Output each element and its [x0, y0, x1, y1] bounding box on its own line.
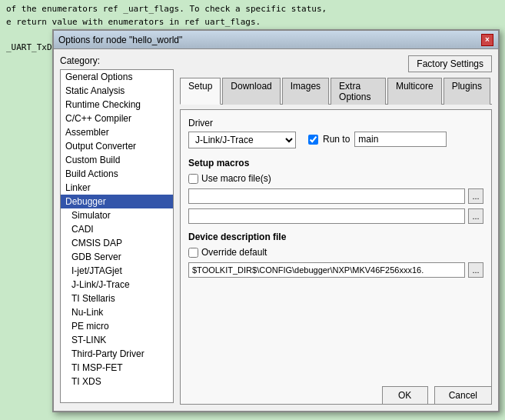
macro-row: Use macro file(s) [188, 173, 483, 184]
dialog-title: Options for node "hello_world" [58, 35, 182, 45]
cat-linker[interactable]: Linker [61, 181, 173, 195]
cat-cpp-compiler[interactable]: C/C++ Compiler [61, 112, 173, 125]
cat-general-options[interactable]: General Options [61, 70, 173, 84]
tab-content-setup: Driver J-Link/J-Trace Run to [180, 109, 492, 405]
use-macro-checkbox[interactable] [188, 174, 198, 184]
tab-setup[interactable]: Setup [180, 78, 221, 105]
cat-build-actions[interactable]: Build Actions [61, 167, 173, 181]
cat-jlink[interactable]: J-Link/J-Trace [61, 278, 173, 292]
factory-row: Factory Settings [180, 55, 492, 72]
category-label: Category: [60, 55, 174, 66]
device-path-row: $TOOLKIT_DIR$\CONFIG\debugger\NXP\MKV46F… [188, 262, 483, 278]
run-to-checkbox[interactable] [308, 135, 318, 145]
ok-button[interactable]: OK [382, 386, 428, 405]
macro-field2-row: ... [188, 208, 483, 224]
run-to-col: Run to [308, 118, 447, 148]
macro-field1[interactable] [188, 188, 465, 204]
driver-runto-row: Driver J-Link/J-Trace Run to [188, 118, 483, 148]
run-to-row: Run to [308, 132, 447, 147]
device-desc-section: Device description file Override default… [188, 232, 483, 278]
cat-output-converter[interactable]: Output Converter [61, 139, 173, 153]
category-list: General Options Static Analysis Runtime … [60, 69, 174, 403]
run-to-label: Run to [323, 134, 350, 145]
dialog-titlebar: Options for node "hello_world" × [54, 31, 498, 49]
driver-select[interactable]: J-Link/J-Trace [188, 132, 296, 148]
options-dialog: Options for node "hello_world" × Categor… [52, 29, 500, 412]
close-button[interactable]: × [481, 34, 493, 46]
cat-custom-build[interactable]: Custom Build [61, 153, 173, 167]
setup-macros-section: Setup macros Use macro file(s) ... ... [188, 158, 483, 224]
tabs-bar: Setup Download Images Extra Options Mult… [180, 77, 492, 105]
setup-macros-label: Setup macros [188, 158, 483, 168]
device-path-input[interactable]: $TOOLKIT_DIR$\CONFIG\debugger\NXP\MKV46F… [188, 262, 465, 278]
tab-multicore[interactable]: Multicore [387, 78, 442, 105]
cat-nu-link[interactable]: Nu-Link [61, 305, 173, 319]
driver-col: Driver J-Link/J-Trace [188, 118, 296, 148]
macro-browse1-button[interactable]: ... [468, 188, 483, 204]
cat-static-analysis[interactable]: Static Analysis [61, 84, 173, 98]
tab-extra-options[interactable]: Extra Options [331, 78, 386, 105]
macro-field1-row: ... [188, 188, 483, 204]
cat-ijet[interactable]: I-jet/JTAGjet [61, 264, 173, 278]
use-macro-label: Use macro file(s) [201, 173, 271, 184]
tab-download[interactable]: Download [222, 78, 280, 105]
cat-runtime-checking[interactable]: Runtime Checking [61, 98, 173, 112]
override-row: Override default [188, 247, 483, 258]
override-label: Override default [201, 247, 267, 258]
tab-plugins[interactable]: Plugins [444, 78, 490, 105]
cat-ti-msp-fet[interactable]: TI MSP-FET [61, 361, 173, 375]
cat-cadi[interactable]: CADI [61, 222, 173, 236]
cat-ti-xds[interactable]: TI XDS [61, 375, 173, 388]
macro-browse2-button[interactable]: ... [468, 208, 483, 224]
cat-pe-micro[interactable]: PE micro [61, 319, 173, 333]
cat-st-link[interactable]: ST-LINK [61, 333, 173, 347]
main-panel: Factory Settings Setup Download Images E… [180, 55, 492, 405]
dialog-body: Category: General Options Static Analysi… [54, 49, 498, 411]
device-desc-label: Device description file [188, 232, 483, 242]
cat-third-party[interactable]: Third-Party Driver [61, 347, 173, 361]
cat-debugger[interactable]: Debugger [61, 195, 173, 208]
cat-ti-stellaris[interactable]: TI Stellaris [61, 292, 173, 305]
macro-field2[interactable] [188, 208, 465, 224]
category-panel: Category: General Options Static Analysi… [60, 55, 174, 405]
dialog-footer: OK Cancel [382, 386, 492, 405]
cat-assembler[interactable]: Assembler [61, 125, 173, 139]
cat-cmsis-dap[interactable]: CMSIS DAP [61, 236, 173, 250]
driver-select-wrap: J-Link/J-Trace [188, 132, 296, 148]
cancel-button[interactable]: Cancel [434, 386, 492, 405]
tab-images[interactable]: Images [282, 78, 329, 105]
cat-simulator[interactable]: Simulator [61, 208, 173, 222]
driver-label: Driver [188, 118, 296, 128]
cat-gdb-server[interactable]: GDB Server [61, 250, 173, 264]
override-checkbox[interactable] [188, 248, 198, 258]
run-to-input[interactable] [354, 132, 447, 147]
factory-settings-button[interactable]: Factory Settings [408, 55, 492, 72]
device-browse-button[interactable]: ... [468, 262, 483, 278]
